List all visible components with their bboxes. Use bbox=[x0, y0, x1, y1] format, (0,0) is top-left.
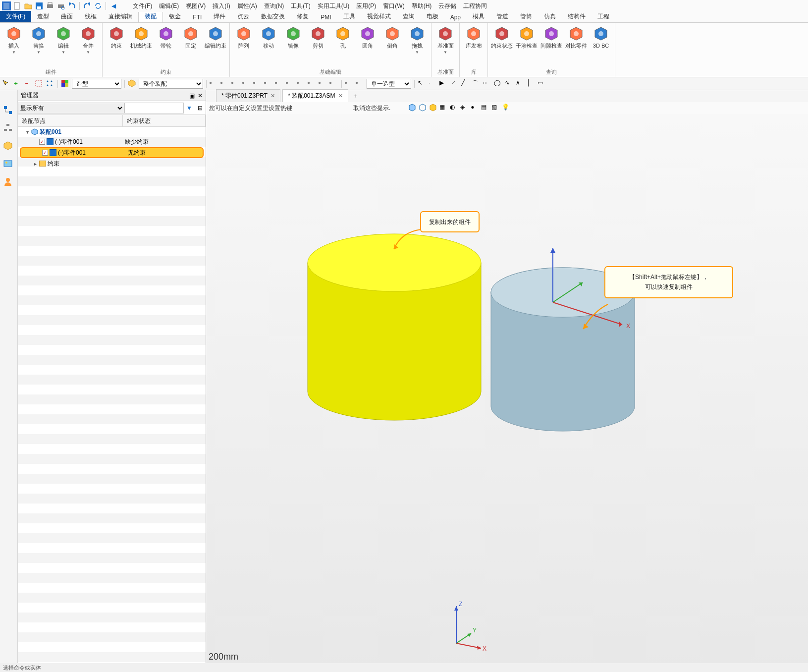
refresh-icon[interactable] bbox=[94, 1, 103, 10]
ribbon-cmd-带轮[interactable]: 带轮 bbox=[155, 25, 177, 67]
ribbon-cmd-基准面[interactable]: 基准面▼ bbox=[434, 25, 456, 67]
menu-file[interactable]: 文件(F) bbox=[133, 2, 152, 10]
search-input[interactable] bbox=[124, 103, 184, 113]
menu-cloud[interactable]: 云存储 bbox=[438, 2, 456, 10]
sketch-play-icon[interactable]: ▶ bbox=[439, 79, 448, 88]
menu-help[interactable]: 帮助(H) bbox=[412, 2, 432, 10]
tb-ico-3[interactable]: ▫ bbox=[231, 79, 240, 88]
sidebar-hierarchy-icon[interactable] bbox=[3, 123, 15, 135]
view-section-icon[interactable]: ▤ bbox=[481, 104, 490, 112]
sketch-zigzag-icon[interactable]: ∧ bbox=[516, 79, 525, 88]
open-icon[interactable] bbox=[24, 1, 33, 10]
print-icon[interactable] bbox=[46, 1, 54, 10]
add-tab-icon[interactable]: ＋ bbox=[350, 90, 360, 102]
minus-icon[interactable]: － bbox=[24, 79, 33, 88]
menu-query[interactable]: 查询(N) bbox=[264, 2, 284, 10]
sketch-arc-icon[interactable]: ⌒ bbox=[472, 79, 481, 88]
menu-window[interactable]: 窗口(W) bbox=[383, 2, 404, 10]
tab-electrode[interactable]: 电极 bbox=[421, 11, 444, 22]
tb-ico-8[interactable]: ▫ bbox=[286, 79, 295, 88]
tb-ico-4[interactable]: ▫ bbox=[242, 79, 251, 88]
sketch-vline-icon[interactable]: │ bbox=[527, 79, 536, 88]
ribbon-cmd-间隙检查[interactable]: 间隙检查 bbox=[540, 25, 562, 67]
menu-collab[interactable]: 工程协同 bbox=[463, 2, 487, 10]
ribbon-cmd-剪切[interactable]: 剪切 bbox=[307, 25, 329, 67]
cursor-icon[interactable] bbox=[2, 79, 11, 88]
ribbon-cmd-镜像[interactable]: 镜像 bbox=[282, 25, 304, 67]
filter-select-2[interactable]: 整个装配 bbox=[139, 79, 203, 89]
tab-fti[interactable]: FTI bbox=[187, 12, 208, 22]
menu-app[interactable]: 应用(P) bbox=[356, 2, 376, 10]
tab-pipe[interactable]: 管道 bbox=[490, 11, 514, 22]
doc-tab-assembly[interactable]: * 装配001.Z3ASM✕ bbox=[282, 89, 348, 102]
tab-app[interactable]: App bbox=[444, 12, 467, 22]
sidebar-box-icon[interactable] bbox=[3, 141, 15, 153]
tab-dataexch[interactable]: 数据交换 bbox=[255, 11, 291, 22]
sketch-diag-icon[interactable]: ⟋ bbox=[450, 79, 459, 88]
sidebar-tree-icon[interactable] bbox=[3, 105, 15, 117]
close-icon[interactable]: ✕ bbox=[338, 93, 343, 99]
view-shade-icon[interactable]: ◐ bbox=[450, 104, 459, 112]
funnel-icon[interactable]: ▼ bbox=[184, 105, 195, 112]
sidebar-user-icon[interactable] bbox=[3, 176, 15, 188]
tab-query[interactable]: 查询 bbox=[397, 11, 421, 22]
view-iso-icon[interactable]: ◈ bbox=[460, 104, 469, 112]
print-preview-icon[interactable] bbox=[56, 1, 65, 10]
app-icon[interactable] bbox=[2, 1, 11, 10]
ribbon-cmd-合并[interactable]: 合并▼ bbox=[77, 25, 99, 67]
tab-eng[interactable]: 工程 bbox=[592, 11, 615, 22]
tab-wireframe[interactable]: 线框 bbox=[79, 11, 103, 22]
new-icon[interactable] bbox=[13, 1, 22, 10]
selbox-icon[interactable] bbox=[35, 79, 44, 88]
sketch-circle-icon[interactable]: ○ bbox=[483, 79, 492, 88]
ribbon-cmd-编辑[interactable]: 编辑▼ bbox=[53, 25, 74, 67]
menu-util[interactable]: 实用工具(U) bbox=[318, 2, 350, 10]
tb-ico-11[interactable]: ▫ bbox=[319, 79, 327, 88]
tree-collapse-icon[interactable]: ⊟ bbox=[195, 105, 206, 112]
tab-pointcloud[interactable]: 点云 bbox=[231, 11, 255, 22]
plus-icon[interactable]: ＋ bbox=[13, 79, 22, 88]
menu-view[interactable]: 视图(V) bbox=[186, 2, 206, 10]
sketch-wave-icon[interactable]: ∿ bbox=[505, 79, 514, 88]
ribbon-cmd-约束状态[interactable]: 约束状态 bbox=[491, 25, 513, 67]
tab-file[interactable]: 文件(F) bbox=[0, 11, 31, 22]
tab-mold[interactable]: 模具 bbox=[467, 11, 490, 22]
ribbon-cmd-固定[interactable]: 固定 bbox=[180, 25, 202, 67]
doc-tab-part[interactable]: * 零件001.Z3PRT✕ bbox=[216, 89, 280, 102]
color-icon[interactable] bbox=[61, 79, 70, 88]
sidebar-image-icon[interactable] bbox=[3, 159, 15, 170]
tab-modeling[interactable]: 造型 bbox=[31, 11, 55, 22]
tree-root[interactable]: ▾装配001 bbox=[18, 127, 206, 137]
ribbon-cmd-圆角[interactable]: 圆角 bbox=[357, 25, 378, 67]
view-grid-icon[interactable]: ▦ bbox=[439, 104, 448, 112]
ribbon-cmd-约束[interactable]: 约束 bbox=[106, 25, 127, 67]
tab-repair[interactable]: 修复 bbox=[291, 11, 315, 22]
view-gold-icon[interactable] bbox=[429, 104, 438, 112]
display-filter-select[interactable]: 显示所有 bbox=[18, 103, 124, 113]
sketch-ellipse-icon[interactable]: ◯ bbox=[494, 79, 503, 88]
points-icon[interactable] bbox=[46, 79, 54, 88]
menu-insert[interactable]: 插入(I) bbox=[213, 2, 230, 10]
menu-tools[interactable]: 工具(T) bbox=[291, 2, 310, 10]
tb-ico-9[interactable]: ▫ bbox=[297, 79, 306, 88]
tab-pmi[interactable]: PMI bbox=[315, 12, 337, 22]
view-color-icon[interactable]: ▧ bbox=[491, 104, 500, 112]
ribbon-cmd-干涉检查[interactable]: 干涉检查 bbox=[516, 25, 538, 67]
ribbon-cmd-阵列[interactable]: 阵列 bbox=[233, 25, 255, 67]
tb-ico-10[interactable]: ▫ bbox=[308, 79, 317, 88]
ribbon-cmd-拖拽[interactable]: 拖拽▼ bbox=[406, 25, 428, 67]
tab-sheetmetal[interactable]: 钣金 bbox=[163, 11, 187, 22]
tab-sim[interactable]: 仿真 bbox=[538, 11, 562, 22]
ribbon-cmd-对比零件[interactable]: 对比零件 bbox=[565, 25, 587, 67]
ribbon-cmd-库发布[interactable]: 库发布 bbox=[463, 25, 485, 67]
tab-tube[interactable]: 管筒 bbox=[514, 11, 538, 22]
tab-directedit[interactable]: 直接编辑 bbox=[103, 11, 138, 22]
tb-ico-13[interactable]: ▫ bbox=[345, 79, 354, 88]
tab-tools[interactable]: 工具 bbox=[337, 11, 361, 22]
save-icon[interactable] bbox=[35, 1, 44, 10]
filter-select-1[interactable]: 造型 bbox=[72, 79, 121, 89]
view-cube-icon[interactable] bbox=[408, 104, 417, 112]
undo-icon[interactable] bbox=[67, 1, 76, 10]
tab-assembly[interactable]: 装配 bbox=[138, 10, 163, 22]
ribbon-cmd-机械约束[interactable]: 机械约束 bbox=[130, 25, 152, 67]
